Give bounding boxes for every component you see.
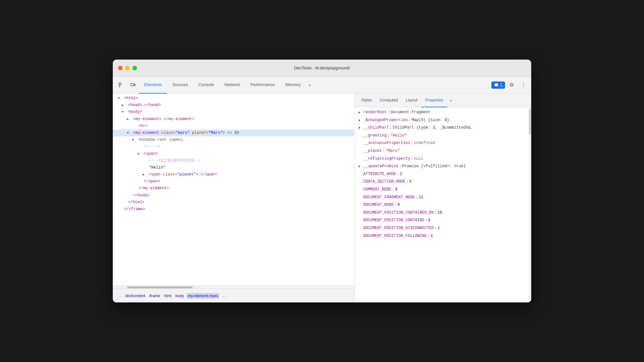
svg-rect-1: [131, 83, 134, 86]
tab-sources[interactable]: Sources: [167, 77, 193, 94]
properties-panel: Styles Computed Layout Properties »: [355, 94, 531, 302]
dom-tree[interactable]: <html> <head>…</head> <body>: [113, 94, 354, 285]
breadcrumb-item-my-element[interactable]: my-element.mars: [186, 293, 219, 299]
dom-line-my-element-close[interactable]: </my-element>: [113, 185, 354, 192]
minimize-button[interactable]: [125, 66, 130, 70]
triangle-my-element-1[interactable]: [127, 117, 131, 122]
prop-DOCUMENT_POSITION_DISCONNECTED[interactable]: DOCUMENT_POSITION_DISCONNECTED: 1: [355, 225, 529, 232]
more-icon[interactable]: ⋮: [518, 80, 529, 90]
dom-line-my-element-mars[interactable]: <my-element class="mars" planet="Mars"> …: [113, 130, 354, 136]
tab-console[interactable]: Console: [193, 77, 219, 94]
prop-childPart[interactable]: ▶ __childPart: ChildPart {type: 2, _$com…: [355, 124, 529, 132]
tab-elements[interactable]: Elements: [139, 77, 167, 94]
tabs-right-actions: 💬 1 ⚙ ⋮: [491, 80, 529, 90]
props-scrollbar-thumb[interactable]: [529, 109, 531, 135]
breadcrumb-item-iframe[interactable]: iframe: [148, 293, 161, 299]
tabs-bar: Elements Sources Console Network Perform…: [113, 77, 531, 94]
dom-line-body[interactable]: <body>: [113, 109, 354, 116]
dom-line-span-open[interactable]: <span>: [113, 151, 354, 157]
badge-button[interactable]: 💬 1: [491, 81, 505, 89]
dom-panel: <html> <head>…</head> <body>: [113, 94, 355, 302]
props-tab-properties[interactable]: Properties: [421, 94, 447, 107]
devtools-body: Elements Sources Console Network Perform…: [113, 77, 531, 302]
close-button[interactable]: [118, 66, 123, 70]
badge-icon: 💬: [494, 83, 499, 87]
prop-greeting[interactable]: __greeting: "Hello": [355, 132, 529, 140]
titlebar: DevTools - lit.dev/playground/: [113, 60, 531, 77]
tab-performance[interactable]: Performance: [245, 77, 280, 94]
dom-line-shadow-root[interactable]: #shadow-root (open): [113, 136, 354, 143]
breadcrumb-bar: ... div#content iframe html body my-elem…: [113, 289, 354, 302]
triangle-my-element-mars[interactable]: [127, 131, 131, 136]
props-tab-styles[interactable]: Styles: [357, 94, 376, 107]
svg-rect-0: [119, 83, 121, 85]
prop-DOCUMENT_POSITION_FOLLOWING[interactable]: DOCUMENT_POSITION_FOLLOWING: 4: [355, 232, 529, 240]
prop-triangle-changed[interactable]: ▶: [359, 118, 363, 123]
dom-line-span-planet[interactable]: <span class="planet">…</span>: [113, 171, 354, 178]
triangle-html[interactable]: [118, 96, 122, 101]
props-tab-computed[interactable]: Computed: [376, 94, 402, 107]
dom-line-html-close[interactable]: </html>: [113, 199, 354, 206]
triangle-span-planet[interactable]: [143, 172, 146, 177]
dom-line-lit-comment[interactable]: <!--?lit$106992652$-->: [113, 157, 354, 164]
dom-line-my-element-1[interactable]: <my-element>…</my-element>: [113, 116, 354, 123]
inspector-icon[interactable]: [115, 79, 127, 91]
props-scroll-area: ▶ renderRoot: document-fragment ▶ _$chan…: [355, 107, 531, 302]
prop-renderRoot[interactable]: ▶ renderRoot: document-fragment: [355, 109, 529, 117]
main-content: <html> <head>…</head> <body>: [113, 94, 531, 302]
svg-rect-2: [134, 84, 135, 86]
props-tabs-bar: Styles Computed Layout Properties »: [355, 94, 531, 107]
prop-DOCUMENT_POSITION_CONTAINED_BY[interactable]: DOCUMENT_POSITION_CONTAINED_BY: 16: [355, 209, 529, 217]
breadcrumb-dots[interactable]: ...: [117, 293, 123, 299]
devtools-window: DevTools - lit.dev/playground/ Elements: [113, 60, 531, 302]
badge-count: 1: [500, 83, 502, 87]
props-content[interactable]: ▶ renderRoot: document-fragment ▶ _$chan…: [355, 107, 529, 302]
breadcrumb-item-div[interactable]: div#content: [124, 293, 146, 299]
prop-planet[interactable]: __planet: "Mars": [355, 147, 529, 155]
props-tab-layout[interactable]: Layout: [402, 94, 421, 107]
prop-triangle-childPart[interactable]: ▶: [359, 125, 363, 131]
tabs-overflow-btn[interactable]: »: [306, 77, 314, 94]
prop-DOCUMENT_FRAGMENT_NODE[interactable]: DOCUMENT_FRAGMENT_NODE: 11: [355, 194, 529, 202]
dom-line-hello[interactable]: "Hello": [113, 164, 354, 171]
dom-line-html[interactable]: <html>: [113, 95, 354, 102]
dom-line-iframe-close[interactable]: </iframe>: [113, 206, 354, 213]
dom-scrollbar-thumb[interactable]: [127, 286, 193, 288]
dom-line-head[interactable]: <head>…</head>: [113, 102, 354, 109]
breadcrumb-item-body[interactable]: body: [174, 293, 185, 299]
prop-updatePromise[interactable]: ▶ __updatePromise: Promise {<fulfilled>:…: [355, 163, 529, 171]
tab-network[interactable]: Network: [219, 77, 246, 94]
prop-ATTRIBUTE_NODE[interactable]: ATTRIBUTE_NODE: 2: [355, 171, 529, 178]
props-scrollbar[interactable]: [529, 107, 531, 302]
prop-COMMENT_NODE[interactable]: COMMENT_NODE: 8: [355, 186, 529, 194]
triangle-body[interactable]: [122, 110, 126, 115]
breadcrumb-item-html[interactable]: html: [163, 293, 173, 299]
props-tabs-overflow[interactable]: »: [447, 94, 455, 107]
prop-triangle-renderRoot[interactable]: ▶: [359, 110, 363, 116]
traffic-lights: [118, 66, 137, 70]
tab-memory[interactable]: Memory: [280, 77, 306, 94]
prop-changedProperties[interactable]: ▶ _$changedProperties: Map(0) {size: 0}: [355, 117, 529, 124]
triangle-head[interactable]: [122, 103, 126, 108]
prop-DOCUMENT_NODE[interactable]: DOCUMENT_NODE: 9: [355, 201, 529, 209]
prop-CDATA_SECTION_NODE[interactable]: CDATA_SECTION_NODE: 4: [355, 178, 529, 186]
maximize-button[interactable]: [132, 66, 137, 70]
dom-line-span-close[interactable]: </span>: [113, 178, 354, 185]
dom-line-comment-1[interactable]: <!---->: [113, 143, 354, 150]
prop-reflectingProperty[interactable]: __reflectingProperty: null: [355, 155, 529, 163]
triangle-shadow-root[interactable]: [132, 137, 136, 143]
dom-line-hr[interactable]: <hr>: [113, 123, 354, 130]
dom-scrollbar[interactable]: [113, 285, 354, 289]
main-tabs: Elements Sources Console Network Perform…: [139, 77, 491, 94]
prop-triangle-updatePromise[interactable]: ▶: [359, 164, 363, 170]
prop-DOCUMENT_POSITION_CONTAINS[interactable]: DOCUMENT_POSITION_CONTAINS: 8: [355, 217, 529, 225]
window-title: DevTools - lit.dev/playground/: [294, 65, 350, 70]
prop-instanceProperties[interactable]: __instanceProperties: undefined: [355, 139, 529, 147]
settings-icon[interactable]: ⚙: [506, 80, 517, 90]
device-icon[interactable]: [127, 79, 139, 91]
dom-line-body-close[interactable]: </body>: [113, 192, 354, 199]
breadcrumb-overflow[interactable]: ...: [221, 293, 227, 299]
triangle-span-open[interactable]: [137, 152, 141, 157]
